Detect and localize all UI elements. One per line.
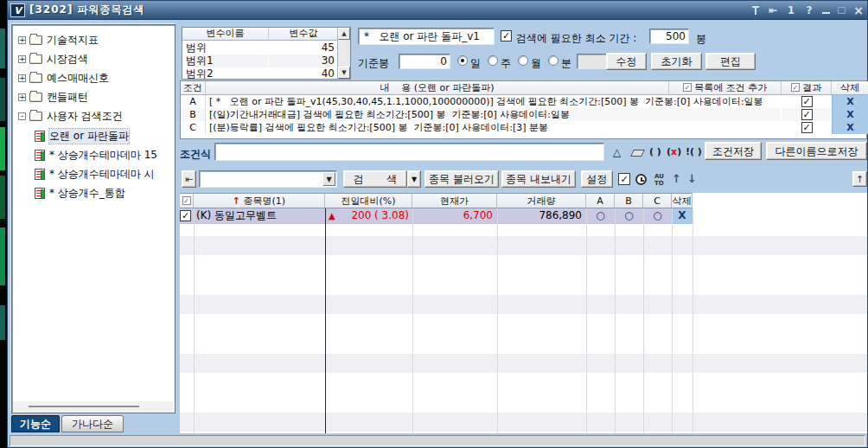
tree-item-rising-count-total[interactable]: * 상승개수_통합 bbox=[35, 185, 125, 202]
load-stocks-button[interactable]: 종목 불러오기 bbox=[424, 170, 499, 188]
tree-item-rising-count-theme-si[interactable]: * 상승개수테마데마 시 bbox=[35, 166, 155, 182]
chevron-down-icon[interactable]: ▼ bbox=[322, 172, 335, 186]
tree-item-market-search[interactable]: + 시장검색 bbox=[18, 51, 88, 67]
pop-out-icon[interactable]: ↑ bbox=[852, 171, 867, 187]
pin-icon[interactable] bbox=[751, 5, 760, 16]
scrollbar-thumb[interactable] bbox=[29, 406, 139, 407]
edit-button[interactable]: 편집 bbox=[705, 53, 756, 70]
result-checkbox[interactable]: ✓ bbox=[801, 109, 813, 120]
volume-cell[interactable]: 786,890 bbox=[497, 208, 586, 224]
search-options-arrow[interactable]: ▼ bbox=[407, 170, 421, 188]
clock-icon[interactable] bbox=[635, 174, 647, 185]
cond-b-header[interactable]: B bbox=[615, 193, 643, 208]
result-col-header[interactable]: ✓ 결과 bbox=[782, 81, 832, 95]
result-checkbox[interactable]: ✓ bbox=[801, 122, 813, 133]
radio-week[interactable] bbox=[488, 55, 498, 66]
expand-icon[interactable]: + bbox=[18, 93, 26, 101]
tree-horizontal-scrollbar[interactable] bbox=[13, 401, 174, 412]
tree-item-technical-indicators[interactable]: + 기술적지표 bbox=[18, 32, 99, 48]
condition-dropdown[interactable]: 오랜 or 파란돌파 ▼ bbox=[199, 170, 337, 188]
auto-icon[interactable]: AUTO bbox=[654, 173, 664, 187]
condition-name-input[interactable]: * 오랜 or 파란 돌파_v1 bbox=[358, 28, 495, 45]
row-delete-button[interactable]: X bbox=[672, 208, 692, 224]
condition-id[interactable]: C bbox=[181, 121, 206, 134]
not-paren-tool-icon[interactable]: !( ) bbox=[686, 146, 702, 157]
collapse-left-icon[interactable]: ⇤ bbox=[182, 170, 196, 188]
minimize-button[interactable] bbox=[822, 12, 830, 14]
auto-search-checkbox[interactable]: ✓ bbox=[618, 173, 630, 185]
move-up-icon[interactable]: ↑ bbox=[672, 172, 681, 185]
export-stocks-button[interactable]: 종목 내보내기 bbox=[501, 170, 576, 188]
tree-item-user-conditions[interactable]: - 사용자 검색조건 bbox=[18, 108, 123, 125]
volume-header[interactable]: 거래량 bbox=[497, 193, 586, 208]
close-button[interactable]: × bbox=[853, 4, 864, 16]
modify-button[interactable]: 수정 bbox=[606, 53, 647, 70]
condition-delete-button[interactable]: X bbox=[832, 95, 868, 108]
variable-value[interactable]: 40 bbox=[269, 67, 335, 80]
radio-minute[interactable] bbox=[548, 55, 558, 66]
variable-name[interactable]: 범위2 bbox=[186, 67, 268, 80]
save-condition-button[interactable]: 조건저장 bbox=[705, 142, 762, 160]
search-button[interactable]: 검 색 bbox=[343, 170, 407, 188]
paren-x-tool-icon[interactable]: (x) bbox=[667, 146, 681, 157]
condition-result-cell[interactable]: ✓ bbox=[782, 121, 832, 134]
delete-header[interactable]: 삭제 bbox=[672, 193, 692, 208]
paren-tool-icon[interactable]: ( ) bbox=[649, 146, 661, 157]
variable-scrollbar[interactable]: ▲ ▼ bbox=[337, 28, 350, 79]
eraser-tool-icon[interactable] bbox=[630, 150, 645, 157]
cond-c-header[interactable]: C bbox=[643, 193, 672, 208]
tree-item-rising-count-theme-15[interactable]: * 상승개수테마데마 15 bbox=[35, 147, 157, 163]
condition-result-cell[interactable]: ✓ bbox=[782, 95, 832, 108]
expand-icon[interactable]: + bbox=[18, 74, 26, 82]
price-header[interactable]: 현재가 bbox=[412, 193, 497, 208]
select-all-header[interactable]: ✓ bbox=[180, 193, 194, 208]
radio-minute-label[interactable]: 분 bbox=[561, 56, 571, 71]
triangle-tool-icon[interactable]: △ bbox=[613, 146, 621, 158]
settings-button[interactable]: 설정 bbox=[581, 170, 613, 188]
reset-button[interactable]: 초기화 bbox=[651, 53, 702, 70]
base-bar-input[interactable]: 0 bbox=[399, 54, 450, 69]
variable-value[interactable]: 30 bbox=[269, 54, 335, 67]
condition-text[interactable]: [(분)등락률] 검색에 필요한 최소기간:[500] 봉 기준봉:[0] 사용… bbox=[209, 121, 780, 134]
condition-id[interactable]: B bbox=[181, 108, 206, 121]
collapse-icon[interactable]: - bbox=[18, 112, 26, 120]
expand-icon[interactable]: + bbox=[18, 55, 26, 63]
condition-text[interactable]: [(일)기간내거래대금] 검색에 필요한 최소기간:[500] 봉 기준봉:[0… bbox=[209, 108, 780, 121]
condition-delete-button[interactable]: X bbox=[832, 121, 868, 134]
condition-text[interactable]: [ * 오랜 or 파란 돌파_v1(45,30,40,45,1.1,1000,… bbox=[209, 95, 780, 108]
stock-name-cell[interactable]: (K) 동일고무벨트 bbox=[194, 208, 325, 224]
expand-icon[interactable]: + bbox=[18, 36, 26, 44]
dock-left-icon[interactable]: ⇤ bbox=[768, 4, 778, 16]
scroll-down-button[interactable]: ▼ bbox=[338, 67, 350, 79]
variable-name[interactable]: 범위1 bbox=[186, 54, 268, 67]
tree-item-candle-pattern[interactable]: + 캔들패턴 bbox=[18, 89, 88, 106]
formula-input[interactable]: A and B and C bbox=[214, 143, 604, 161]
min-period-checkbox[interactable]: ✓ bbox=[501, 30, 512, 42]
radio-day[interactable] bbox=[457, 55, 468, 66]
screen-one-button[interactable]: 1 bbox=[786, 4, 796, 16]
radio-month-label[interactable]: 월 bbox=[531, 56, 541, 71]
help-button[interactable]: ? bbox=[804, 4, 814, 16]
stock-name-header[interactable]: ↑ 종목명(1) bbox=[194, 193, 325, 208]
radio-day-label[interactable]: 일 bbox=[470, 56, 481, 71]
radio-week-label[interactable]: 주 bbox=[501, 56, 511, 71]
add-to-list-header[interactable]: ✓ 목록에 조건 추가 bbox=[669, 81, 782, 95]
min-period-input[interactable]: 500 bbox=[649, 29, 689, 44]
tree-item-oren-or-blue-breakout[interactable]: 오랜 or 파란돌파 bbox=[35, 128, 129, 144]
tab-alphabet-order[interactable]: 가나다순 bbox=[61, 415, 124, 432]
variable-name-header[interactable]: 변수이름 bbox=[182, 28, 269, 41]
tab-function-order[interactable]: 기능순 bbox=[11, 415, 60, 432]
row-checkbox[interactable]: ✓ bbox=[180, 210, 191, 221]
radio-month[interactable] bbox=[518, 55, 528, 66]
price-cell[interactable]: 6,700 bbox=[412, 208, 497, 224]
scroll-up-button[interactable]: ▲ bbox=[338, 28, 350, 40]
condition-result-cell[interactable]: ✓ bbox=[782, 108, 832, 121]
change-cell[interactable]: ▲200 ( 3.08) bbox=[325, 208, 412, 224]
condition-id[interactable]: A bbox=[181, 95, 206, 108]
change-header[interactable]: 전일대비(%) bbox=[325, 193, 412, 208]
titlebar[interactable]: V [3202] 파워종목검색 ⇤ 1 ? × bbox=[8, 1, 867, 20]
save-as-button[interactable]: 다른이름으로저장 bbox=[766, 142, 867, 160]
variable-name[interactable]: 범위 bbox=[186, 42, 268, 54]
row-checkbox-cell[interactable]: ✓ bbox=[180, 208, 194, 224]
condition-delete-button[interactable]: X bbox=[832, 108, 868, 121]
